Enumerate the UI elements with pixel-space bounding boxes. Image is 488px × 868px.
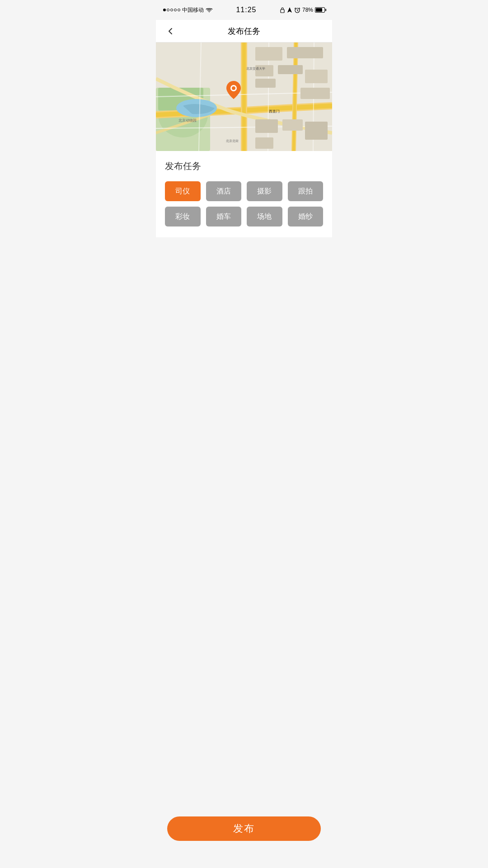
battery-icon — [315, 7, 325, 13]
category-btn-hunsha[interactable]: 婚纱 — [288, 207, 324, 226]
dot3 — [170, 9, 173, 11]
svg-rect-17 — [305, 122, 328, 140]
category-btn-genpai[interactable]: 跟拍 — [288, 181, 324, 201]
alarm-icon — [294, 7, 300, 13]
svg-rect-11 — [278, 65, 303, 74]
page-title: 发布任务 — [228, 26, 260, 37]
signal-dots — [163, 9, 180, 11]
svg-rect-0 — [281, 9, 284, 13]
map-svg: 北京动物园 北京交通大学 西直门 北京北街 — [156, 42, 332, 151]
category-btn-hunche[interactable]: 婚车 — [206, 207, 242, 226]
svg-marker-1 — [287, 7, 292, 13]
category-btn-jiudian[interactable]: 酒店 — [206, 181, 242, 201]
battery-fill — [316, 8, 322, 12]
categories-grid: 司仪酒店摄影跟拍彩妆婚车场地婚纱 — [165, 181, 323, 226]
svg-text:北京交通大学: 北京交通大学 — [246, 67, 265, 71]
status-right: 78% — [280, 7, 325, 13]
svg-text:西直门: 西直门 — [269, 109, 280, 113]
category-btn-changdi[interactable]: 场地 — [247, 207, 282, 226]
svg-rect-18 — [255, 137, 273, 149]
svg-rect-12 — [305, 70, 328, 83]
map-pin — [226, 81, 241, 99]
svg-text:北京北街: 北京北街 — [226, 139, 239, 142]
svg-rect-9 — [287, 47, 323, 58]
map-container[interactable]: 北京动物园 北京交通大学 西直门 北京北街 — [156, 42, 332, 151]
battery-percent: 78% — [302, 7, 313, 13]
svg-rect-8 — [255, 47, 282, 61]
back-chevron-icon — [166, 27, 175, 36]
content-section: 发布任务 司仪酒店摄影跟拍彩妆婚车场地婚纱 — [156, 151, 332, 237]
svg-rect-15 — [255, 119, 278, 133]
back-button[interactable] — [163, 24, 178, 38]
section-title: 发布任务 — [165, 160, 323, 172]
svg-rect-13 — [255, 79, 276, 88]
bottom-spacer — [156, 237, 332, 292]
svg-point-24 — [232, 86, 235, 90]
carrier-label: 中国移动 — [182, 6, 204, 14]
category-btn-caizhuang[interactable]: 彩妆 — [165, 207, 201, 226]
wifi-icon — [206, 7, 213, 13]
navigation-icon — [287, 7, 292, 13]
svg-rect-14 — [300, 88, 330, 99]
dot5 — [178, 9, 180, 11]
nav-bar: 发布任务 — [156, 20, 332, 42]
svg-text:北京动物园: 北京动物园 — [178, 118, 197, 123]
status-left: 中国移动 — [163, 6, 213, 14]
lock-icon — [280, 7, 285, 13]
svg-rect-16 — [282, 119, 303, 131]
dot1 — [163, 9, 166, 11]
dot2 — [167, 9, 169, 11]
dot4 — [174, 9, 177, 11]
category-btn-sheying[interactable]: 摄影 — [247, 181, 282, 201]
category-btn-siyi[interactable]: 司仪 — [165, 181, 201, 201]
status-time: 11:25 — [236, 6, 256, 14]
status-bar: 中国移动 11:25 78% — [156, 0, 332, 20]
